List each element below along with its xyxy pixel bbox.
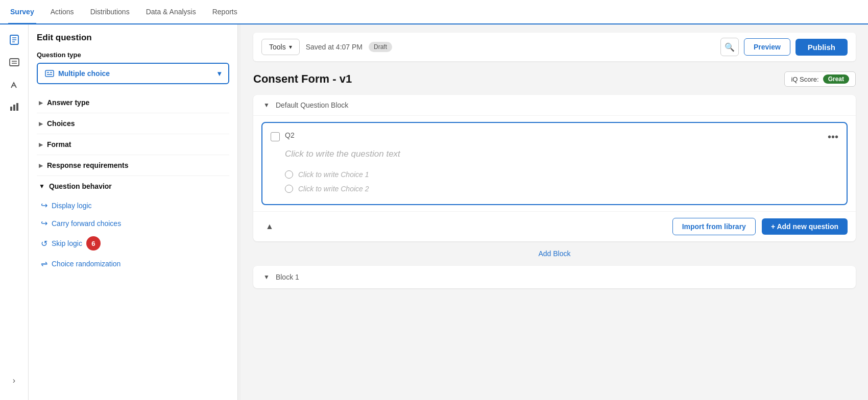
choice-text-2: Click to write Choice 2: [298, 185, 369, 193]
choice-row-1[interactable]: Click to write Choice 1: [271, 167, 838, 182]
question-card-q2[interactable]: Q2 ••• Click to write the question text …: [261, 122, 848, 205]
section-format-label: Format: [47, 140, 71, 148]
svg-rect-9: [13, 105, 15, 111]
section-choices-label: Choices: [47, 119, 75, 128]
tools-button[interactable]: Tools ▾: [261, 39, 300, 55]
main-layout: › Edit question Question type Multiple c…: [0, 24, 868, 400]
list-icon-btn[interactable]: [5, 53, 23, 71]
section-answer-type-label: Answer type: [47, 98, 89, 107]
choice-radio-1: [285, 170, 293, 179]
display-logic-item[interactable]: ↪ Display logic: [39, 196, 227, 214]
tab-reports[interactable]: Reports: [210, 1, 239, 24]
block-collapse-arrow[interactable]: ▲: [266, 222, 274, 231]
svg-rect-8: [10, 107, 12, 111]
tab-survey[interactable]: Survey: [8, 1, 36, 24]
choice-row-2[interactable]: Click to write Choice 2: [271, 182, 838, 196]
question-type-select[interactable]: Multiple choice ▾: [37, 63, 229, 84]
main-content: Tools ▾ Saved at 4:07 PM Draft 🔍 Preview…: [241, 24, 868, 400]
tab-actions[interactable]: Actions: [49, 1, 76, 24]
carry-forward-icon: ↪: [41, 218, 47, 228]
question-type-label: Question type: [37, 51, 229, 59]
question-type-value: Multiple choice: [58, 69, 110, 78]
arrow-icon: ▶: [39, 142, 43, 147]
preview-button[interactable]: Preview: [744, 38, 790, 56]
add-block-row: Add Block: [253, 249, 856, 258]
toolbar: Tools ▾ Saved at 4:07 PM Draft 🔍 Preview…: [253, 33, 856, 61]
tab-data-analysis[interactable]: Data & Analysis: [144, 1, 198, 24]
section-response-requirements-label: Response requirements: [47, 161, 129, 169]
skip-logic-item[interactable]: ↺ Skip logic 6: [39, 232, 227, 255]
iq-score-value: Great: [823, 74, 849, 84]
publish-button[interactable]: Publish: [795, 39, 848, 56]
behavior-title: ▼ Question behavior: [39, 182, 227, 190]
section-answer-type[interactable]: ▶ Answer type: [37, 92, 229, 113]
block-collapse-icon[interactable]: ▼: [263, 102, 270, 109]
search-button[interactable]: 🔍: [720, 38, 739, 56]
block-1-collapse-icon[interactable]: ▼: [263, 273, 270, 281]
question-type-select-left: Multiple choice: [45, 69, 110, 78]
arrow-icon: ▶: [39, 163, 43, 168]
arrow-icon: ▶: [39, 100, 43, 106]
section-response-requirements[interactable]: ▶ Response requirements: [37, 155, 229, 176]
chart-icon-btn[interactable]: [5, 98, 23, 116]
block-header: ▼ Default Question Block: [253, 95, 856, 116]
tools-label: Tools: [269, 43, 286, 51]
tab-distributions[interactable]: Distributions: [88, 1, 132, 24]
chevron-down-icon: ▾: [218, 69, 221, 78]
more-options-button[interactable]: •••: [828, 131, 838, 143]
left-panel: Edit question Question type Multiple cho…: [29, 24, 238, 400]
question-text-placeholder[interactable]: Click to write the question text: [271, 149, 838, 159]
add-new-question-button[interactable]: + Add new question: [762, 218, 848, 235]
skip-logic-label: Skip logic: [52, 239, 82, 247]
behavior-section-label: Question behavior: [49, 182, 112, 190]
skip-logic-badge: 6: [86, 236, 101, 251]
edit-question-title: Edit question: [37, 33, 229, 43]
choice-randomization-icon: ⇌: [41, 259, 47, 268]
choice-randomization-item[interactable]: ⇌ Choice randomization: [39, 255, 227, 272]
display-logic-icon: ↪: [41, 201, 47, 210]
survey-title-row: Consent Form - v1 iQ Score: Great: [253, 71, 856, 87]
block-title: Default Question Block: [276, 101, 348, 109]
section-choices[interactable]: ▶ Choices: [37, 113, 229, 134]
choice-radio-2: [285, 185, 293, 193]
default-question-block: ▼ Default Question Block Q2 ••• Click to…: [253, 95, 856, 241]
import-from-library-button[interactable]: Import from library: [672, 218, 756, 235]
top-navigation: Survey Actions Distributions Data & Anal…: [0, 0, 868, 24]
tools-chevron-icon: ▾: [289, 43, 292, 51]
choice-randomization-label: Choice randomization: [52, 260, 120, 268]
block-1: ▼ Block 1: [253, 266, 856, 288]
section-format[interactable]: ▶ Format: [37, 134, 229, 155]
chevron-down-icon-behavior: ▼: [39, 183, 45, 190]
toolbar-right: 🔍 Preview Publish: [720, 38, 848, 56]
carry-forward-label: Carry forward choices: [52, 219, 121, 228]
paint-icon-btn[interactable]: [5, 76, 23, 94]
skip-logic-icon: ↺: [41, 239, 47, 248]
svg-rect-4: [10, 59, 19, 66]
svg-rect-10: [16, 103, 18, 111]
survey-title: Consent Form - v1: [253, 72, 352, 86]
draft-badge: Draft: [369, 42, 392, 52]
block-actions: ▲ Import from library + Add new question: [253, 211, 856, 241]
iq-score-label: iQ Score:: [791, 76, 818, 83]
add-block-link[interactable]: Add Block: [538, 249, 570, 258]
survey-icon-btn[interactable]: [5, 31, 23, 49]
arrow-icon: ▶: [39, 121, 43, 127]
sidebar-expand-btn[interactable]: ›: [5, 371, 23, 390]
saved-status: Saved at 4:07 PM: [306, 43, 363, 51]
question-card-header: Q2 •••: [271, 131, 838, 143]
search-icon: 🔍: [725, 42, 735, 52]
iq-score-widget: iQ Score: Great: [784, 71, 856, 87]
display-logic-label: Display logic: [52, 202, 92, 210]
question-id: Q2: [285, 131, 828, 139]
block-1-header: ▼ Block 1: [253, 266, 856, 288]
svg-rect-11: [45, 70, 54, 77]
question-behavior-section: ▼ Question behavior ↪ Display logic ↪ Ca…: [37, 176, 229, 279]
question-checkbox[interactable]: [271, 132, 280, 141]
block-1-title: Block 1: [276, 273, 299, 281]
icon-sidebar: ›: [0, 24, 29, 400]
choice-text-1: Click to write Choice 1: [298, 170, 369, 179]
carry-forward-item[interactable]: ↪ Carry forward choices: [39, 214, 227, 232]
